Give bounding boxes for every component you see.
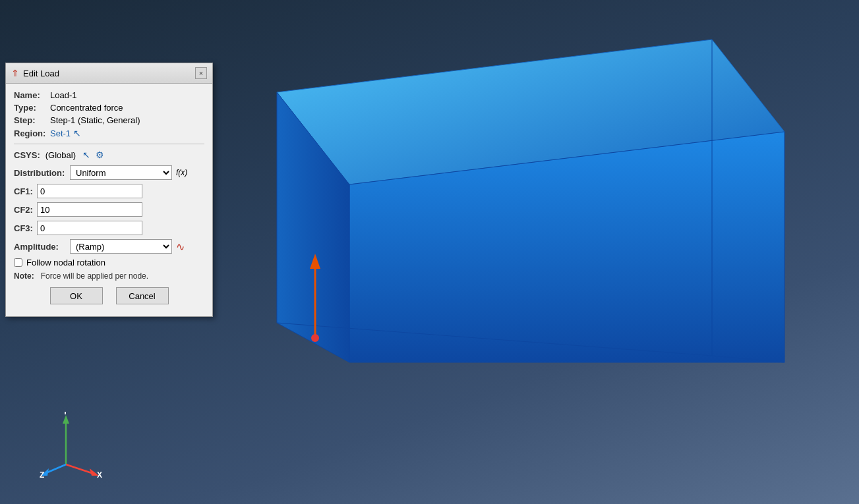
edit-load-dialog: ⇑ Edit Load × Name: Load-1 Type: Concent… (5, 63, 213, 317)
csys-create-icon[interactable]: ⚙ (96, 150, 104, 160)
csys-value: (Global) (45, 150, 76, 160)
cf2-label: CF2: (14, 205, 37, 215)
fx-button[interactable]: f(x) (176, 168, 187, 177)
note-label: Note: (14, 271, 34, 281)
amplitude-row: Amplitude: (Ramp) (Step) (Instant) ∿ (14, 239, 204, 254)
cf3-row: CF3: (14, 221, 204, 235)
csys-label: CSYS: (14, 150, 40, 160)
svg-text:Z: Z (40, 470, 44, 478)
follow-nodal-checkbox[interactable] (14, 258, 22, 267)
amplitude-graph-icon[interactable]: ∿ (176, 240, 185, 253)
cf3-input[interactable] (37, 221, 142, 235)
dialog-body: Name: Load-1 Type: Concentrated force St… (6, 84, 212, 316)
close-button[interactable]: × (195, 67, 207, 79)
follow-nodal-row: Follow nodal rotation (14, 258, 204, 267)
region-value: Set-1 (50, 128, 71, 138)
step-label: Step: (14, 115, 50, 125)
name-value: Load-1 (50, 90, 76, 100)
step-row: Step: Step-1 (Static, General) (14, 115, 204, 125)
csys-select-icon[interactable]: ↖ (82, 150, 90, 160)
type-label: Type: (14, 103, 50, 113)
note-value: Force will be applied per node. (41, 271, 148, 281)
cf1-row: CF1: (14, 184, 204, 198)
load-icon: ⇑ (11, 68, 19, 78)
follow-nodal-label: Follow nodal rotation (26, 258, 105, 267)
distribution-select[interactable]: Uniform User-defined (70, 165, 172, 180)
cf1-label: CF1: (14, 186, 37, 196)
type-row: Type: Concentrated force (14, 103, 204, 113)
dialog-title-text: Edit Load (23, 69, 59, 78)
step-value: Step-1 (Static, General) (50, 115, 140, 125)
svg-text:Y: Y (63, 412, 68, 416)
name-label: Name: (14, 90, 50, 100)
cf2-input[interactable] (37, 202, 142, 217)
button-row: OK Cancel (14, 287, 204, 310)
3d-box-svg (218, 20, 831, 468)
cf1-input[interactable] (37, 184, 142, 198)
distribution-row: Distribution: Uniform User-defined f(x) (14, 165, 204, 180)
coordinate-axes: Y X Z (40, 412, 105, 478)
cf2-row: CF2: (14, 202, 204, 217)
ok-button[interactable]: OK (50, 287, 103, 304)
svg-point-8 (311, 334, 319, 342)
cf3-label: CF3: (14, 223, 37, 233)
amplitude-label: Amplitude: (14, 242, 70, 252)
svg-text:X: X (97, 470, 102, 478)
dialog-title-left: ⇑ Edit Load (11, 68, 59, 78)
divider-1 (14, 144, 204, 144)
amplitude-select[interactable]: (Ramp) (Step) (Instant) (70, 239, 172, 254)
region-label: Region: (14, 128, 50, 138)
type-value: Concentrated force (50, 103, 123, 113)
name-row: Name: Load-1 (14, 90, 204, 100)
cancel-button[interactable]: Cancel (116, 287, 169, 304)
region-select-icon[interactable]: ↖ (73, 128, 81, 138)
csys-row: CSYS: (Global) ↖ ⚙ (14, 150, 204, 160)
note-row: Note: Force will be applied per node. (14, 271, 204, 281)
region-row: Region: Set-1 ↖ (14, 128, 204, 138)
distribution-label: Distribution: (14, 168, 70, 178)
dialog-titlebar: ⇑ Edit Load × (6, 63, 212, 84)
